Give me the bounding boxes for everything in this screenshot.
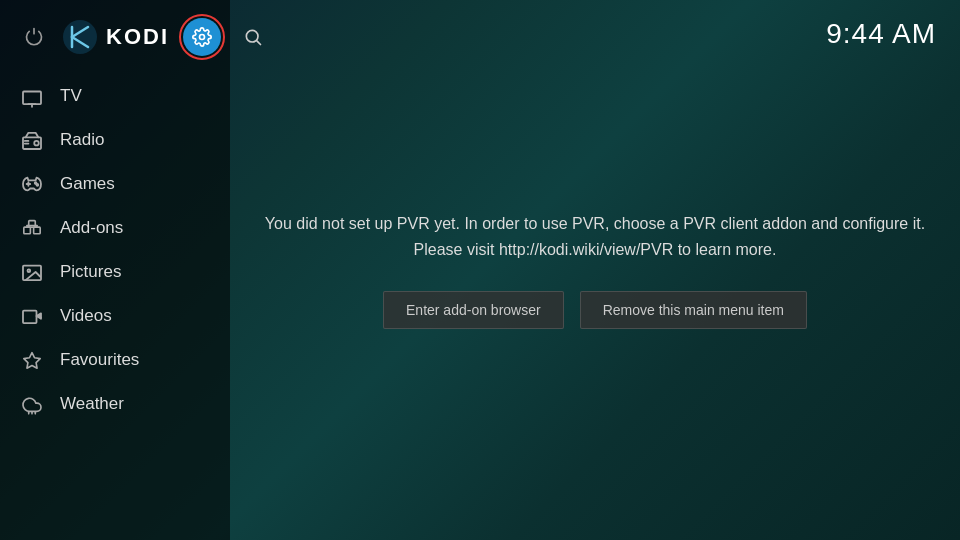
svg-point-4: [200, 35, 205, 40]
sidebar-item-tv[interactable]: TV: [0, 74, 230, 118]
nav-list: TV Radio: [0, 70, 230, 540]
power-button[interactable]: [16, 19, 52, 55]
sidebar-label-weather: Weather: [60, 394, 124, 414]
app-title: KODI: [106, 24, 169, 50]
pvr-buttons: Enter add-on browser Remove this main me…: [265, 291, 925, 329]
videos-icon: [20, 304, 44, 328]
svg-rect-7: [23, 92, 41, 105]
remove-menu-item-button[interactable]: Remove this main menu item: [580, 291, 807, 329]
svg-point-11: [34, 141, 39, 146]
addons-icon: [20, 216, 44, 240]
settings-button-wrapper: [179, 14, 225, 60]
content-area: 9:44 AM You did not set up PVR yet. In o…: [230, 0, 960, 540]
svg-rect-26: [23, 311, 37, 324]
sidebar-item-videos[interactable]: Videos: [0, 294, 230, 338]
svg-point-25: [28, 269, 31, 272]
sidebar-item-pictures[interactable]: Pictures: [0, 250, 230, 294]
sidebar-label-addons: Add-ons: [60, 218, 123, 238]
pvr-message: You did not set up PVR yet. In order to …: [265, 211, 925, 328]
svg-point-0: [63, 20, 97, 54]
sidebar-label-videos: Videos: [60, 306, 112, 326]
svg-point-5: [246, 30, 258, 42]
svg-marker-28: [24, 353, 40, 369]
svg-rect-18: [24, 227, 31, 234]
sidebar-item-addons[interactable]: Add-ons: [0, 206, 230, 250]
sidebar-label-tv: TV: [60, 86, 82, 106]
sidebar-label-games: Games: [60, 174, 115, 194]
sidebar-label-radio: Radio: [60, 130, 104, 150]
sidebar-item-weather[interactable]: Weather: [0, 382, 230, 426]
search-button[interactable]: [235, 19, 271, 55]
kodi-logo-icon: [62, 19, 98, 55]
sidebar: KODI: [0, 0, 230, 540]
svg-point-17: [37, 184, 39, 186]
sidebar-label-favourites: Favourites: [60, 350, 139, 370]
kodi-logo: KODI: [62, 19, 169, 55]
weather-icon: [20, 392, 44, 416]
pictures-icon: [20, 260, 44, 284]
sidebar-item-games[interactable]: Games: [0, 162, 230, 206]
enter-addon-browser-button[interactable]: Enter add-on browser: [383, 291, 564, 329]
main-container: KODI: [0, 0, 960, 540]
sidebar-item-radio[interactable]: Radio: [0, 118, 230, 162]
pvr-text-line1: You did not set up PVR yet. In order to …: [265, 211, 925, 262]
sidebar-item-favourites[interactable]: Favourites: [0, 338, 230, 382]
tv-icon: [20, 84, 44, 108]
sidebar-label-pictures: Pictures: [60, 262, 121, 282]
svg-line-6: [257, 41, 261, 45]
svg-rect-24: [23, 266, 41, 280]
radio-icon: [20, 128, 44, 152]
settings-button[interactable]: [183, 18, 221, 56]
svg-rect-19: [34, 227, 41, 234]
sidebar-header: KODI: [0, 0, 230, 70]
games-icon: [20, 172, 44, 196]
time-display: 9:44 AM: [826, 18, 936, 50]
favourites-icon: [20, 348, 44, 372]
